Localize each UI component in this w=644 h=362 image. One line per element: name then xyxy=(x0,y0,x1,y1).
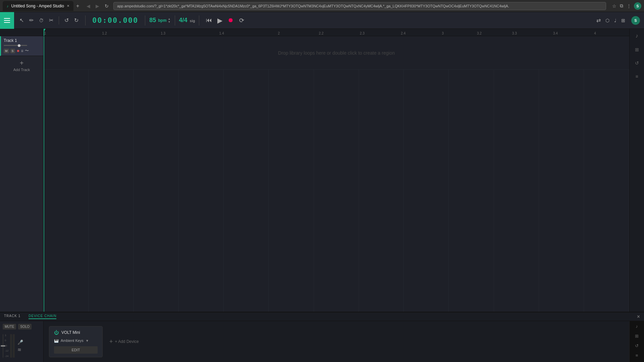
time-signature[interactable]: 4/4 sig xyxy=(176,17,198,24)
bottom-right-sidebar: ♪ ⊞ ↺ ≡ ⊟ xyxy=(629,321,644,362)
ruler-mark-23: 2.3 xyxy=(360,32,365,35)
bpm-display[interactable]: 85 bpm ▲▼ xyxy=(147,17,173,24)
metronome-tool[interactable]: ♩ xyxy=(613,16,618,24)
mixer-tool[interactable]: ⊞ xyxy=(620,16,627,24)
br-icon-3[interactable]: ↺ xyxy=(635,343,639,348)
track-1-wave-icon[interactable]: 〜 xyxy=(25,48,29,54)
track-1-header[interactable]: Track 1 M S ⏺ ≡ 〜 xyxy=(0,36,43,56)
ruler-mark-24: 2.4 xyxy=(401,32,406,35)
device-item-volt: ⏻ VOLT Mini 🎹 Ambient Keys ▼ EDIT xyxy=(49,326,103,357)
track-1-mute[interactable]: M xyxy=(4,49,9,53)
br-icon-4[interactable]: ≡ xyxy=(636,353,638,358)
clock-tool[interactable]: ⏱ xyxy=(38,16,45,24)
play-button[interactable]: ▶ xyxy=(216,15,224,26)
level-meter xyxy=(10,334,15,358)
track-1-record-icon[interactable]: ⏺ xyxy=(16,49,20,53)
settings-icon[interactable]: ⋮ xyxy=(626,3,632,9)
add-device-button[interactable]: + + Add Device xyxy=(107,336,142,348)
redo-button[interactable]: ↻ xyxy=(73,16,80,25)
track-1-controls: M S ⏺ ≡ 〜 xyxy=(4,48,41,54)
account-button[interactable]: S xyxy=(634,2,641,10)
divider-5 xyxy=(199,15,199,25)
divider-2 xyxy=(85,15,86,25)
playhead-triangle xyxy=(44,29,46,32)
bottom-mixer-icons: 3 0 -6 -12 -24 🎤 ≋ xyxy=(3,332,41,359)
edit-tools: ↖ ✏ ⏱ ✂ ↺ ↻ xyxy=(14,16,84,25)
ruler-mark-13: 1.3 xyxy=(161,32,165,35)
browser-nav: ◀ ▶ ↻ xyxy=(85,3,111,9)
sidebar-music-icon[interactable]: ♪ xyxy=(634,32,640,40)
tab-close-button[interactable]: ✕ xyxy=(67,4,69,8)
punch-in-tool[interactable]: ⬡ xyxy=(604,16,611,24)
close-bottom-panel[interactable]: × xyxy=(637,314,640,320)
bottom-track-controls: MUTE SOLO 3 0 -6 -12 -24 xyxy=(0,321,44,362)
br-icon-2[interactable]: ⊞ xyxy=(635,334,639,339)
playhead-ruler xyxy=(44,29,44,36)
track-1-eq-icon[interactable]: ≡ xyxy=(21,49,23,53)
sig-label: sig xyxy=(190,19,195,23)
divider-3 xyxy=(145,15,145,25)
bpm-label: bpm xyxy=(158,18,166,23)
forward-button[interactable]: ▶ xyxy=(94,3,101,9)
device-preset-selector[interactable]: 🎹 Ambient Keys ▼ xyxy=(54,339,98,343)
tracks-canvas[interactable]: Drop library loops here or double click … xyxy=(44,36,629,358)
pointer-tool[interactable]: ↖ xyxy=(18,16,25,25)
browser-bar: ♪ Untitled Song - Amped Studio ✕ + ◀ ▶ ↻… xyxy=(0,0,644,12)
device-power-icon[interactable]: ⏻ xyxy=(54,330,59,335)
track1-tab[interactable]: TRACK 1 xyxy=(4,314,20,319)
bottom-mute-button[interactable]: MUTE xyxy=(3,324,16,329)
bottom-panel-body: MUTE SOLO 3 0 -6 -12 -24 xyxy=(0,321,644,362)
device-plugin-icon: 🎹 xyxy=(54,339,59,343)
user-avatar[interactable]: S xyxy=(631,16,640,25)
add-track-label: Add Track xyxy=(13,68,30,72)
skip-back-button[interactable]: ⏮ xyxy=(205,15,213,25)
bottom-action-icons: 🎤 ≋ xyxy=(17,334,23,358)
loop-tool[interactable]: ⇄ xyxy=(595,16,602,25)
back-button[interactable]: ◀ xyxy=(85,3,92,9)
ruler-mark-22: 2.2 xyxy=(319,32,324,35)
track-1-lane[interactable]: Drop library loops here or double click … xyxy=(44,36,629,70)
app-header: ↖ ✏ ⏱ ✂ ↺ ↻ 00:00.000 85 bpm ▲▼ 4/4 sig … xyxy=(0,12,644,29)
ruler-mark-32: 3.2 xyxy=(477,32,482,35)
add-track-button[interactable]: + Add Track xyxy=(0,56,43,75)
browser-actions: ☆ ⧉ ⋮ S xyxy=(611,2,641,10)
active-tab[interactable]: ♪ Untitled Song - Amped Studio ✕ xyxy=(3,1,73,11)
tab-title: Untitled Song - Amped Studio xyxy=(11,4,64,8)
bookmark-icon[interactable]: ☆ xyxy=(611,3,617,9)
device-edit-button[interactable]: EDIT xyxy=(54,346,98,354)
device-chain-content: ⏻ VOLT Mini 🎹 Ambient Keys ▼ EDIT + + Ad… xyxy=(44,321,629,362)
track-1-solo[interactable]: S xyxy=(10,49,15,53)
device-chain-tab[interactable]: DEVICE CHAIN xyxy=(29,314,56,319)
ruler-mark-4: 4 xyxy=(594,32,596,35)
sidebar-grid-icon[interactable]: ⊞ xyxy=(634,46,640,54)
bottom-solo-button[interactable]: SOLO xyxy=(18,324,32,329)
device-item-header: ⏻ VOLT Mini xyxy=(54,330,98,335)
waveform-icon[interactable]: ≋ xyxy=(17,347,23,352)
pencil-tool[interactable]: ✏ xyxy=(28,16,35,25)
undo-button[interactable]: ↺ xyxy=(63,16,70,25)
loop-icon[interactable]: ⟳ xyxy=(238,15,246,25)
playhead-line xyxy=(44,36,44,358)
br-icon-1[interactable]: ♪ xyxy=(636,324,638,329)
add-device-icon: + xyxy=(109,338,113,345)
header-right-tools: ⇄ ⬡ ♩ ⊞ S xyxy=(591,16,644,25)
sidebar-undo-icon[interactable]: ↺ xyxy=(634,59,640,67)
drop-hint: Drop library loops here or double click … xyxy=(278,50,395,56)
tab-favicon: ♪ xyxy=(7,4,9,8)
divider-1 xyxy=(59,16,59,24)
volume-fader[interactable] xyxy=(3,334,3,358)
record-button[interactable]: ⏺ xyxy=(226,15,235,25)
preset-arrow-icon: ▼ xyxy=(86,339,89,343)
menu-button[interactable] xyxy=(0,12,14,29)
sidebar-list-icon[interactable]: ≡ xyxy=(634,72,639,80)
bottom-tabs: TRACK 1 DEVICE CHAIN xyxy=(4,314,56,319)
mic-icon[interactable]: 🎤 xyxy=(17,340,23,345)
address-bar[interactable]: app.ampedstudio.com/?_gl=1*zkt20c*_ga*MT… xyxy=(113,2,606,10)
scissors-tool[interactable]: ✂ xyxy=(48,16,55,25)
refresh-button[interactable]: ↻ xyxy=(103,3,111,9)
new-tab-button[interactable]: + xyxy=(75,3,80,9)
timeline-ruler: 1 1.2 1.3 1.4 2 2.2 2.3 2.4 3 3.2 3.3 3.… xyxy=(44,29,629,36)
ruler-mark-2: 2 xyxy=(278,32,280,35)
extensions-icon[interactable]: ⧉ xyxy=(619,2,624,9)
ruler-mark-12: 1.2 xyxy=(102,32,107,35)
